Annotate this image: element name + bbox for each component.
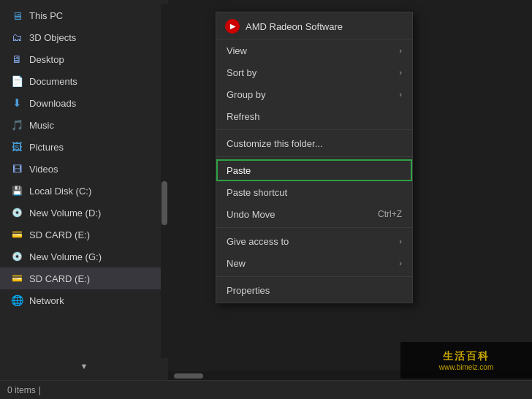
context-menu-customize[interactable]: Customize this folder...: [216, 132, 412, 154]
sidebar-label-downloads: Downloads: [29, 98, 76, 109]
sidebar-label-new-volume-g: New Volume (G:): [29, 251, 102, 262]
customize-label: Customize this folder...: [227, 138, 402, 149]
properties-label: Properties: [227, 285, 402, 296]
downloads-icon: ⬇: [10, 96, 23, 110]
music-icon: 🎵: [10, 118, 23, 132]
sidebar-item-videos[interactable]: 🎞 Videos: [0, 158, 161, 180]
sidebar-item-music[interactable]: 🎵 Music: [0, 114, 161, 136]
sidebar: 🖥 This PC 🗂 3D Objects 🖥 Desktop 📄 Docum…: [0, 0, 168, 380]
context-menu-header-label: AMD Radeon Software: [246, 21, 343, 32]
context-menu: ▶ AMD Radeon Software View › Sort by › G…: [216, 12, 413, 303]
statusbar-pipe: |: [39, 385, 41, 395]
pictures-icon: 🖼: [10, 140, 23, 153]
statusbar: 0 items |: [0, 380, 532, 399]
sidebar-label-this-pc: This PC: [29, 10, 63, 21]
sidebar-list: 🖥 This PC 🗂 3D Objects 🖥 Desktop 📄 Docum…: [0, 4, 161, 358]
separator-1: [216, 129, 412, 130]
sidebar-item-sd-card-e2[interactable]: 💳 SD CARD (E:): [0, 267, 161, 289]
sdcard-e2-icon: 💳: [10, 272, 23, 285]
paste-label: Paste: [227, 165, 402, 176]
watermark-line1: 生活百科: [443, 350, 490, 363]
sidebar-item-desktop[interactable]: 🖥 Desktop: [0, 48, 161, 70]
sidebar-scroll: 🖥 This PC 🗂 3D Objects 🖥 Desktop 📄 Docum…: [0, 4, 168, 358]
sidebar-label-local-disk-c: Local Disk (C:): [29, 186, 91, 197]
sidebar-item-3d-objects[interactable]: 🗂 3D Objects: [0, 26, 161, 48]
scroll-down-arrow[interactable]: ▼: [0, 358, 168, 374]
sidebar-label-music: Music: [29, 120, 54, 131]
sidebar-item-sd-card-e[interactable]: 💳 SD CARD (E:): [0, 224, 161, 246]
desktop-icon: 🖥: [10, 53, 23, 66]
sidebar-item-documents[interactable]: 📄 Documents: [0, 70, 161, 92]
sort-by-arrow-icon: ›: [399, 68, 402, 77]
context-menu-refresh[interactable]: Refresh: [216, 105, 412, 127]
sidebar-label-new-volume-d: New Volume (D:): [29, 208, 101, 218]
sidebar-item-local-disk-c[interactable]: 💾 Local Disk (C:): [0, 180, 161, 202]
sidebar-item-downloads[interactable]: ⬇ Downloads: [0, 92, 161, 114]
group-by-label: Group by: [227, 89, 399, 100]
folder-3d-icon: 🗂: [10, 31, 23, 44]
paste-shortcut-label: Paste shortcut: [227, 187, 402, 198]
context-menu-paste-shortcut[interactable]: Paste shortcut: [216, 181, 412, 203]
sort-by-label: Sort by: [227, 67, 399, 78]
disk-d-icon: 💿: [10, 206, 23, 219]
disk-c-icon: 💾: [10, 184, 23, 197]
new-label: New: [227, 258, 399, 269]
context-menu-paste[interactable]: Paste: [216, 159, 412, 181]
view-label: View: [227, 45, 399, 56]
group-by-arrow-icon: ›: [399, 90, 402, 99]
context-menu-header: ▶ AMD Radeon Software: [216, 14, 412, 39]
watermark-line2: www.bimeiz.com: [439, 363, 493, 371]
give-access-label: Give access to: [227, 236, 399, 247]
context-menu-sort-by[interactable]: Sort by ›: [216, 61, 412, 83]
network-icon: 🌐: [10, 294, 23, 307]
context-menu-properties[interactable]: Properties: [216, 279, 412, 301]
sidebar-label-documents: Documents: [29, 76, 77, 87]
scrollbar-track[interactable]: [161, 4, 168, 358]
context-menu-group-by[interactable]: Group by ›: [216, 83, 412, 105]
statusbar-text: 0 items: [7, 385, 36, 395]
context-menu-new[interactable]: New ›: [216, 252, 412, 274]
sdcard-e-icon: 💳: [10, 228, 23, 241]
sidebar-label-videos: Videos: [29, 164, 58, 175]
give-access-arrow-icon: ›: [399, 237, 402, 246]
amd-icon: ▶: [225, 19, 240, 34]
context-menu-give-access[interactable]: Give access to ›: [216, 230, 412, 252]
separator-2: [216, 156, 412, 157]
view-arrow-icon: ›: [399, 46, 402, 55]
sidebar-label-3d-objects: 3D Objects: [29, 32, 76, 43]
sidebar-label-desktop: Desktop: [29, 54, 64, 65]
sidebar-item-new-volume-d[interactable]: 💿 New Volume (D:): [0, 202, 161, 224]
new-arrow-icon: ›: [399, 259, 402, 267]
sidebar-item-pictures[interactable]: 🖼 Pictures: [0, 136, 161, 158]
sidebar-item-new-volume-g[interactable]: 💿 New Volume (G:): [0, 246, 161, 267]
sidebar-label-sd-card-e2: SD CARD (E:): [29, 273, 90, 284]
scrollbar-thumb[interactable]: [162, 181, 167, 225]
separator-4: [216, 276, 412, 277]
watermark: 生活百科 www.bimeiz.com: [400, 342, 532, 379]
sidebar-item-network[interactable]: 🌐 Network: [0, 289, 161, 311]
hscrollbar-thumb[interactable]: [174, 373, 203, 379]
monitor-icon: 🖥: [10, 9, 23, 22]
sidebar-label-pictures: Pictures: [29, 142, 64, 153]
separator-3: [216, 227, 412, 228]
documents-icon: 📄: [10, 75, 23, 88]
sidebar-label-sd-card-e: SD CARD (E:): [29, 229, 90, 240]
disk-g-icon: 💿: [10, 250, 23, 263]
context-menu-undo-move[interactable]: Undo Move Ctrl+Z: [216, 203, 412, 225]
undo-move-label: Undo Move: [227, 209, 378, 220]
undo-move-shortcut: Ctrl+Z: [378, 209, 402, 219]
sidebar-label-network: Network: [29, 295, 64, 306]
sidebar-item-this-pc[interactable]: 🖥 This PC: [0, 4, 161, 26]
videos-icon: 🎞: [10, 162, 23, 175]
refresh-label: Refresh: [227, 111, 402, 122]
context-menu-view[interactable]: View ›: [216, 39, 412, 61]
